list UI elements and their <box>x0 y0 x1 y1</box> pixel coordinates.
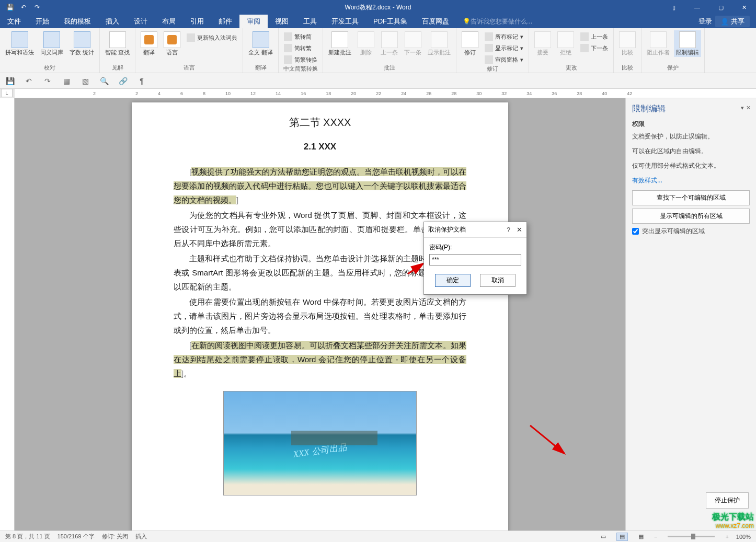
view-print-icon[interactable]: ▤ <box>616 533 628 541</box>
prev-comment-button[interactable]: 上一条 <box>379 30 400 57</box>
qat-save-icon[interactable]: 💾 <box>5 76 15 86</box>
minimize-icon[interactable]: — <box>685 0 709 15</box>
reject-button[interactable]: 拒绝 <box>555 30 576 57</box>
full-translate-button[interactable]: 全文 翻译 <box>246 30 275 57</box>
smart-lookup-icon <box>109 31 126 48</box>
new-comment-button[interactable]: 新建批注 <box>326 30 353 57</box>
document-image[interactable]: XXX 公司出品 <box>223 391 417 495</box>
delete-comment-button[interactable]: 删除 <box>356 30 376 57</box>
qat-table-icon[interactable]: ▦ <box>62 76 71 86</box>
pane-format-text: 仅可使用部分样式格式化文本。 <box>632 161 750 170</box>
smart-lookup-button[interactable]: 智能 查找 <box>103 30 132 57</box>
qat-image-icon[interactable]: ▧ <box>81 76 90 86</box>
compare-button[interactable]: 比较 <box>617 30 638 57</box>
prev-change-button[interactable]: 上一条 <box>578 31 610 42</box>
tab-developer[interactable]: 开发工具 <box>324 15 366 28</box>
restrict-editing-button[interactable]: 限制编辑 <box>674 30 701 57</box>
dialog-close-icon[interactable]: ✕ <box>517 226 522 234</box>
language-button[interactable]: 语言 <box>162 30 182 57</box>
share-button[interactable]: 👤 共享 <box>715 16 750 27</box>
titlebar: 💾 ↶ ↷ Word教程2.docx - Word ▯ — ▢ ✕ <box>0 0 756 15</box>
status-track[interactable]: 修订: 关闭 <box>102 533 128 540</box>
prev-comment-icon <box>381 31 398 48</box>
tab-baidu[interactable]: 百度网盘 <box>415 15 456 28</box>
tab-home[interactable]: 开始 <box>28 15 56 28</box>
zoom-out-icon[interactable]: − <box>654 534 657 540</box>
qat-undo-icon[interactable]: ↶ <box>18 2 29 13</box>
update-ime-button[interactable]: 更新输入法词典 <box>185 32 239 43</box>
spelling-button[interactable]: 拼写和语法 <box>3 30 36 57</box>
tab-review[interactable]: 审阅 <box>239 15 268 28</box>
next-comment-button[interactable]: 下一条 <box>402 30 423 57</box>
document-area[interactable]: 第二节 XXXX 2.1 XXX [视频提供了功能强大的方法帮助您证明您的观点。… <box>15 98 625 540</box>
qat-redo2-icon[interactable]: ↷ <box>43 76 52 86</box>
next-comment-icon <box>405 31 421 48</box>
status-insert[interactable]: 插入 <box>135 533 147 540</box>
convert-icon <box>284 55 292 64</box>
ribbon-options-icon[interactable]: ▯ <box>662 0 685 15</box>
horizontal-ruler[interactable]: 224681012141618202224262830323436384042 <box>15 89 756 98</box>
zoom-slider[interactable] <box>668 536 715 537</box>
pane-dropdown-icon[interactable]: ▾ <box>741 105 744 111</box>
view-web-icon[interactable]: ▦ <box>635 533 647 541</box>
review-pane-dropdown[interactable]: 审阅窗格 ▾ <box>483 54 525 65</box>
qat-para-icon[interactable]: ¶ <box>137 76 146 86</box>
tab-tools[interactable]: 工具 <box>296 15 324 28</box>
maximize-icon[interactable]: ▢ <box>709 0 732 15</box>
reject-icon <box>557 31 574 48</box>
ok-button[interactable]: 确定 <box>435 274 471 287</box>
show-markup-dropdown[interactable]: 显示标记 ▾ <box>483 43 525 53</box>
show-all-regions-button[interactable]: 显示可编辑的所有区域 <box>632 209 750 224</box>
find-next-region-button[interactable]: 查找下一个可编辑的区域 <box>632 190 750 205</box>
tab-references[interactable]: 引用 <box>183 15 211 28</box>
qat-save-icon[interactable]: 💾 <box>4 2 16 13</box>
pane-styles-link[interactable]: 有效样式... <box>632 177 662 184</box>
restrict-editing-pane: ▾ ✕ 限制编辑 权限 文档受保护，以防止误编辑。 可以在此区域内自由编辑。 仅… <box>625 98 756 540</box>
dialog-help-icon[interactable]: ? <box>507 226 510 234</box>
thesaurus-button[interactable]: 同义词库 <box>38 30 65 57</box>
stop-protection-button[interactable]: 停止保护 <box>706 492 749 509</box>
ruler-corner[interactable]: L <box>1 89 13 97</box>
tab-insert[interactable]: 插入 <box>98 15 127 28</box>
tab-design[interactable]: 设计 <box>127 15 155 28</box>
tab-mailings[interactable]: 邮件 <box>211 15 239 28</box>
pane-close-icon[interactable]: ✕ <box>746 105 751 111</box>
tab-templates[interactable]: 我的模板 <box>56 15 98 28</box>
status-page[interactable]: 第 8 页，共 11 页 <box>5 533 50 540</box>
tell-me-search[interactable]: 💡 告诉我您想要做什么... <box>456 15 532 28</box>
tab-file[interactable]: 文件 <box>0 15 28 28</box>
highlight-regions-checkbox[interactable]: 突出显示可编辑的区域 <box>632 227 750 236</box>
qat-search-icon[interactable]: 🔍 <box>99 76 109 86</box>
cancel-button[interactable]: 取消 <box>480 274 516 287</box>
password-input[interactable] <box>429 254 521 266</box>
trad-to-simp-button[interactable]: 繁转简 <box>282 31 319 42</box>
qat-undo2-icon[interactable]: ↶ <box>24 76 33 86</box>
qat-link-icon[interactable]: 🔗 <box>118 76 128 86</box>
close-icon[interactable]: ✕ <box>732 0 756 15</box>
paragraph-3: 主题和样式也有助于文档保持协调。当您单击设计并选择新的主题时，图片、图表或 Sm… <box>174 251 466 294</box>
view-read-icon[interactable]: ▭ <box>598 533 609 541</box>
tab-pdf[interactable]: PDF工具集 <box>366 15 415 28</box>
translate-button[interactable]: 翻译 <box>139 30 159 57</box>
login-link[interactable]: 登录 <box>698 17 712 26</box>
group-insights-label: 见解 <box>103 64 132 73</box>
qat-redo-icon[interactable]: ↷ <box>31 2 43 13</box>
block-authors-button[interactable]: 阻止作者 <box>645 30 672 57</box>
review-pane-icon <box>485 55 493 64</box>
doc-heading: 第二节 XXXX <box>174 113 466 132</box>
vertical-ruler[interactable] <box>0 98 15 540</box>
next-change-button[interactable]: 下一条 <box>578 43 610 53</box>
tab-layout[interactable]: 布局 <box>155 15 183 28</box>
show-comments-button[interactable]: 显示批注 <box>426 30 453 57</box>
simp-to-trad-button[interactable]: 简转繁 <box>282 43 319 53</box>
tab-view[interactable]: 视图 <box>268 15 296 28</box>
chinese-convert-button[interactable]: 简繁转换 <box>282 54 319 65</box>
zoom-level[interactable]: 100% <box>736 534 751 540</box>
status-words[interactable]: 150/2169 个字 <box>58 533 95 540</box>
wordcount-button[interactable]: 字数 统计 <box>67 30 96 57</box>
zoom-in-icon[interactable]: + <box>725 534 728 540</box>
markup-dropdown[interactable]: 所有标记 ▾ <box>483 31 525 42</box>
highlight-checkbox-input[interactable] <box>632 228 639 235</box>
track-changes-button[interactable]: 修订 <box>460 30 480 57</box>
accept-button[interactable]: 接受 <box>532 30 553 57</box>
